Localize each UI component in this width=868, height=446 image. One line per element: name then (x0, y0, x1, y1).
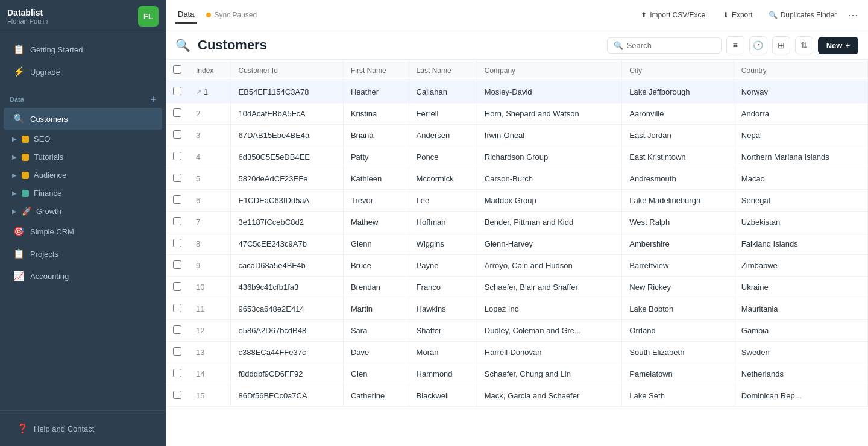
row-checkbox[interactable] (173, 282, 181, 291)
book-icon: 📋 (13, 44, 24, 55)
sidebar-item-upgrade[interactable]: ⚡ Upgrade (4, 61, 162, 83)
cell-city: Andresmouth (622, 168, 734, 190)
data-section-label: Data + (0, 88, 166, 107)
row-checkbox[interactable] (173, 195, 181, 204)
table-row: 12e586A2D67bcdB48SaraShafferDudley, Cole… (166, 320, 868, 342)
sidebar-item-tutorials[interactable]: ▶ Tutorials (4, 148, 162, 166)
table-row: 119653ca648e2E414MartinHawkinsLopez IncL… (166, 298, 868, 320)
row-checkbox[interactable] (173, 347, 181, 356)
row-checkbox[interactable] (173, 87, 181, 95)
folder-icon (22, 154, 29, 161)
row-checkbox[interactable] (173, 152, 181, 160)
row-checkbox[interactable] (173, 304, 181, 312)
cell-customer-id: EB54EF1154C3A78 (231, 81, 343, 103)
topbar-actions: ⬆ Import CSV/Excel ⬇ Export 🔍 Duplicates… (636, 8, 858, 22)
cell-first-name: Brendan (343, 277, 409, 298)
sidebar-item-customers[interactable]: 🔍 Customers (4, 108, 162, 130)
table-row: 6E1CDEaC63fDd5aATrevorLeeMaddox GroupLak… (166, 190, 868, 212)
cell-country: Senegal (734, 190, 867, 212)
row-checkbox[interactable] (173, 108, 181, 117)
cell-first-name: Heather (343, 81, 409, 103)
row-checkbox[interactable] (173, 369, 181, 377)
layout-button[interactable]: ⊞ (772, 36, 790, 54)
col-first-name: First Name (343, 60, 409, 81)
row-checkbox[interactable] (173, 391, 181, 399)
sidebar-item-growth[interactable]: ▶ 🚀 Growth (4, 203, 162, 220)
sidebar-item-simple-crm[interactable]: 🎯 Simple CRM (4, 221, 162, 242)
cell-city: Lake Madelineburgh (622, 190, 734, 212)
sidebar-footer: ❓ Help and Contact (0, 410, 166, 446)
cell-last-name: Callahan (409, 81, 477, 103)
cell-city: Lake Jeffborough (622, 81, 734, 103)
sync-label: Sync Paused (214, 11, 257, 19)
crm-icon: 🎯 (13, 226, 24, 237)
cell-customer-id: 9653ca648e2E414 (231, 298, 343, 320)
cell-city: East Jordan (622, 125, 734, 146)
row-checkbox[interactable] (173, 325, 181, 334)
cell-city: Pamelatown (622, 363, 734, 385)
cell-index: 13 (189, 342, 231, 363)
search-box[interactable]: 🔍 (607, 37, 722, 54)
history-button[interactable]: 🕐 (749, 36, 767, 54)
duplicates-button[interactable]: 🔍 Duplicates Finder (764, 8, 841, 22)
sidebar-item-label: Growth (36, 207, 61, 216)
row-checkbox[interactable] (173, 130, 181, 139)
cell-company: Richardson Group (477, 146, 622, 168)
avatar[interactable]: FL (138, 6, 159, 27)
sort-button[interactable]: ⇅ (795, 36, 813, 54)
filter-button[interactable]: ≡ (726, 36, 744, 54)
brand-info: Datablist Florian Poulin (7, 8, 48, 25)
export-button[interactable]: ⬇ Export (718, 8, 758, 22)
add-data-icon[interactable]: + (151, 94, 156, 105)
row-checkbox[interactable] (173, 217, 181, 225)
cell-last-name: Lee (409, 190, 477, 212)
filter-icon: ≡ (733, 40, 738, 50)
cell-country: Netherlands (734, 363, 867, 385)
col-index: Index (189, 60, 231, 81)
cell-index: 7 (189, 212, 231, 233)
sidebar-item-seo[interactable]: ▶ SEO (4, 130, 162, 148)
cell-country: Dominican Rep... (734, 385, 867, 407)
cell-first-name: Dave (343, 342, 409, 363)
main-content: Data Sync Paused ⬆ Import CSV/Excel ⬇ Ex… (166, 0, 868, 446)
cell-first-name: Briana (343, 125, 409, 146)
col-company: Company (477, 60, 622, 81)
cell-company: Lopez Inc (477, 298, 622, 320)
col-customer-id: Customer Id (231, 60, 343, 81)
sidebar-item-projects[interactable]: 📋 Projects (4, 243, 162, 265)
tab-data[interactable]: Data (175, 6, 197, 24)
cell-first-name: Bruce (343, 255, 409, 277)
sidebar-item-audience[interactable]: ▶ Audience (4, 166, 162, 184)
chevron-right-icon: ▶ (12, 172, 17, 178)
page-header: 🔍 Customers 🔍 ≡ 🕐 ⊞ ⇅ New + (166, 30, 868, 60)
sidebar-header: Datablist Florian Poulin FL (0, 0, 166, 33)
table-row: 1586Df56BFCc0a7CACatherineBlackwellMack,… (166, 385, 868, 407)
help-icon: ❓ (17, 423, 28, 434)
cell-city: New Rickey (622, 277, 734, 298)
row-checkbox[interactable] (173, 260, 181, 269)
cell-country: Mauritania (734, 298, 867, 320)
table-row: 14f8dddbf9CD6FF92GlenHammondSchaefer, Ch… (166, 363, 868, 385)
sidebar-item-finance[interactable]: ▶ Finance (4, 184, 162, 202)
sidebar-item-accounting[interactable]: 📈 Accounting (4, 265, 162, 287)
cell-company: Harrell-Donovan (477, 342, 622, 363)
expand-icon[interactable]: ↗ (196, 88, 201, 96)
row-checkbox[interactable] (173, 239, 181, 247)
cell-company: Horn, Shepard and Watson (477, 103, 622, 125)
table-body: ↗1EB54EF1154C3A78HeatherCallahanMosley-D… (166, 81, 868, 407)
import-button[interactable]: ⬆ Import CSV/Excel (636, 8, 712, 22)
help-contact-item[interactable]: ❓ Help and Contact (7, 418, 159, 439)
search-input[interactable] (627, 41, 715, 50)
cell-customer-id: f8dddbf9CD6FF92 (231, 363, 343, 385)
table-row: 9cacaD68a5e4BF4bBrucePayneArroyo, Cain a… (166, 255, 868, 277)
chevron-right-icon: ▶ (12, 190, 17, 196)
cell-index: 5 (189, 168, 231, 190)
new-button[interactable]: New + (818, 37, 858, 54)
sidebar-item-getting-started[interactable]: 📋 Getting Started (4, 39, 162, 60)
table-row: 55820deAdCF23EFeKathleenMccormickCarson-… (166, 168, 868, 190)
row-checkbox[interactable] (173, 174, 181, 182)
more-options-icon[interactable]: ⋯ (848, 8, 858, 22)
cell-customer-id: 6d350C5E5eDB4EE (231, 146, 343, 168)
cell-first-name: Catherine (343, 385, 409, 407)
select-all-checkbox[interactable] (173, 65, 181, 74)
